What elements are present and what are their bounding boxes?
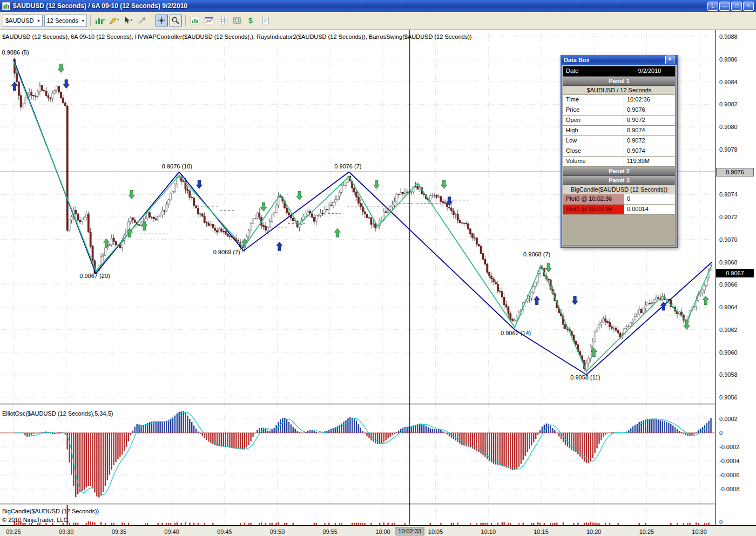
databox-row: BigCandle($AUDUSD (12 Seconds)) bbox=[563, 185, 675, 194]
databox-row-label: Plot1 @ 10:02:36 bbox=[563, 205, 624, 214]
price-axis-label: 0.9078 bbox=[719, 146, 738, 153]
last-price-marker: 0.9067 bbox=[716, 269, 754, 277]
databox-row-label: High bbox=[563, 126, 624, 135]
svg-text:0.9062 (14): 0.9062 (14) bbox=[501, 330, 531, 336]
price-axis-label: 0.9058 bbox=[719, 371, 738, 378]
time-axis-label: 10:15 bbox=[534, 528, 549, 535]
price-axis-label: 0.9072 bbox=[719, 214, 738, 220]
elliott-oscillator-layer bbox=[0, 411, 716, 498]
zoom-button[interactable] bbox=[170, 15, 182, 26]
svg-text:$: $ bbox=[248, 16, 253, 25]
databox-row: High0.9074 bbox=[563, 126, 675, 136]
price-axis-label: 0.9066 bbox=[719, 281, 738, 288]
databox-row: $AUDUSD / 12 Seconds bbox=[563, 86, 675, 95]
window-titlebar[interactable]: $AUDUSD (12 Seconds) / 6A 09-10 (12 Seco… bbox=[0, 0, 756, 12]
price-axis-label: -0.0008 bbox=[719, 486, 739, 492]
price-axis-label: 0.9060 bbox=[719, 349, 738, 356]
dollar-button[interactable]: $ bbox=[245, 15, 258, 26]
databox-title: Data Box bbox=[564, 57, 590, 63]
time-axis-label: 10:00 bbox=[375, 528, 390, 535]
databox-row: Panel 2 bbox=[563, 167, 675, 176]
pointer-button[interactable] bbox=[122, 15, 134, 26]
databox-row: Price0.9076 bbox=[563, 105, 675, 116]
chart-style-button[interactable] bbox=[94, 15, 106, 26]
price-axis-label: 0.9062 bbox=[719, 327, 738, 333]
time-axis-label: 09:25 bbox=[6, 528, 21, 535]
snapshot-button[interactable] bbox=[231, 15, 244, 26]
databox-row-value: 9/2/2010 bbox=[624, 66, 675, 76]
databox-close-icon[interactable]: × bbox=[665, 56, 674, 64]
svg-text:0.9067 (20): 0.9067 (20) bbox=[79, 273, 110, 279]
crosshair-button[interactable] bbox=[156, 15, 168, 26]
panel2-indicator-label: ElliotOsc($AUDUSD (12 Seconds),5,34,5) bbox=[2, 410, 113, 417]
toolbar-separator bbox=[90, 15, 91, 26]
data-grid-button[interactable] bbox=[217, 15, 230, 26]
databox-row: Open0.9072 bbox=[563, 116, 675, 126]
databox-titlebar[interactable]: Data Box × bbox=[562, 55, 677, 65]
maximize-button[interactable]: □ bbox=[731, 2, 742, 11]
time-axis-label: 10:10 bbox=[481, 528, 496, 535]
time-axis-label: 09:55 bbox=[322, 528, 338, 535]
price-axis-label: 0.9082 bbox=[719, 101, 738, 107]
time-axis-label: 10:25 bbox=[639, 528, 654, 535]
copyright-label: © 2010 NinjaTrader, LLC. bbox=[2, 517, 70, 523]
price-axis[interactable]: 0.90880.90860.90840.90820.90800.90780.90… bbox=[716, 30, 756, 525]
time-axis-label: 09:30 bbox=[59, 528, 74, 535]
svg-text:0.9086 (5): 0.9086 (5) bbox=[2, 49, 29, 56]
window-title: $AUDUSD (12 Seconds) / 6A 09-10 (12 Seco… bbox=[13, 2, 705, 10]
instrument-select[interactable]: $AUDUSD▾ bbox=[3, 15, 43, 27]
chevron-down-icon bbox=[131, 19, 132, 21]
price-axis-label: -0.0002 bbox=[719, 444, 739, 450]
databox-row: Plot1 @ 10:02:360.00014 bbox=[563, 205, 675, 215]
crosshair-price-marker: 0.9076 bbox=[716, 168, 754, 177]
databox-row-value: 0.9074 bbox=[624, 126, 675, 135]
databox-row-value: 0.9072 bbox=[624, 136, 675, 146]
chart-window-button[interactable] bbox=[203, 15, 215, 26]
toolbar-separator bbox=[152, 15, 152, 26]
time-axis-label: 09:35 bbox=[112, 528, 127, 535]
price-axis-label: 0.9080 bbox=[719, 124, 738, 130]
price-axis-label: 0.9064 bbox=[719, 304, 738, 310]
databox-row-label: Close bbox=[563, 146, 624, 156]
svg-text:0.9058 (11): 0.9058 (11) bbox=[570, 374, 600, 381]
databox-row-label: Volume bbox=[563, 157, 624, 166]
link-button[interactable]: L bbox=[707, 2, 718, 11]
svg-text:0.9076 (10): 0.9076 (10) bbox=[162, 163, 192, 169]
notes-button[interactable] bbox=[259, 15, 272, 26]
chevron-down-icon: ▾ bbox=[38, 18, 40, 23]
databox-row-value: 10:02:36 bbox=[624, 95, 675, 105]
databox-row: Plot0 @ 10:02:360 bbox=[563, 194, 675, 205]
databox-row: Low0.9072 bbox=[563, 136, 675, 146]
time-axis-label: 10:05 bbox=[428, 528, 443, 535]
databox-row-label: Date bbox=[563, 66, 624, 76]
toolbar-separator bbox=[185, 15, 186, 26]
databox-window[interactable]: Data Box × Date9/2/2010Panel 1$AUDUSD / … bbox=[561, 55, 678, 248]
time-axis[interactable]: 09:2509:3009:3509:4009:4509:5009:5510:00… bbox=[0, 525, 756, 536]
ninjatrader-chart-window: $AUDUSD (12 Seconds) / 6A 09-10 (12 Seco… bbox=[0, 0, 756, 536]
databox-row: Time10:02:36 bbox=[563, 95, 675, 105]
drawing-tools-button[interactable] bbox=[108, 15, 120, 26]
chart-instruments-label: $AUDUSD (12 Seconds), 6A 09-10 (12 Secon… bbox=[2, 33, 472, 40]
databox-row: Close0.9074 bbox=[563, 146, 675, 157]
price-axis-label: 0.9074 bbox=[719, 191, 738, 198]
databox-row: Date9/2/2010 bbox=[563, 66, 675, 77]
instrument-select-value: $AUDUSD bbox=[5, 17, 34, 24]
databox-row: Volume119.39M bbox=[563, 157, 675, 167]
price-axis-label: 0.9088 bbox=[719, 33, 738, 40]
databox-row-value: 0.9074 bbox=[624, 146, 675, 156]
minimize-button[interactable]: — bbox=[719, 2, 730, 11]
price-axis-label: 0.0002 bbox=[719, 416, 738, 422]
price-axis-label: -0.0006 bbox=[719, 472, 739, 478]
price-axis-label: 0 bbox=[719, 519, 723, 525]
databox-row-value: 0.00014 bbox=[624, 205, 675, 214]
indicators-button[interactable] bbox=[189, 15, 201, 26]
databox-row-value: 119.39M bbox=[624, 157, 675, 166]
svg-text:0.9069 (7): 0.9069 (7) bbox=[213, 249, 240, 255]
databox-row-label: Time bbox=[563, 95, 624, 105]
marker-button[interactable] bbox=[136, 15, 148, 26]
time-axis-label: 10:20 bbox=[586, 528, 602, 535]
app-icon bbox=[2, 2, 10, 10]
interval-select[interactable]: 12 Seconds▾ bbox=[44, 15, 87, 27]
time-axis-label: 09:45 bbox=[217, 528, 232, 535]
close-button[interactable]: × bbox=[743, 2, 754, 11]
